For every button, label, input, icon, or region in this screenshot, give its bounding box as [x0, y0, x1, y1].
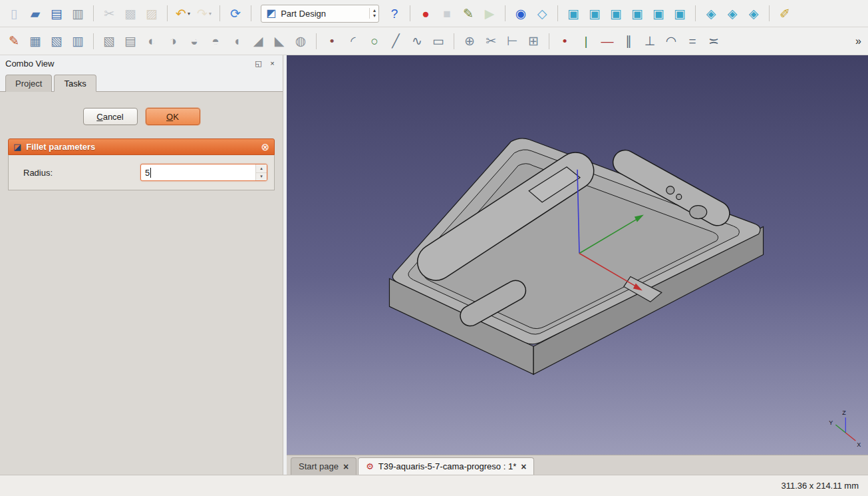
toolbar-separator [505, 5, 506, 21]
open-file-button[interactable]: ▰ [25, 3, 45, 23]
print-button[interactable]: ▥ [68, 3, 88, 23]
mdi-tab[interactable]: ⚙T39-aquaris-5-7-cama-progreso : 1*× [358, 457, 534, 475]
model-canvas[interactable]: Z Y X [287, 55, 868, 455]
spin-down-button[interactable]: ▾ [256, 173, 267, 181]
text-caret [150, 168, 151, 178]
cut-button: ✂ [99, 3, 119, 23]
mini-axis: Z Y X [829, 409, 861, 448]
macro-play-button: ▶ [480, 3, 500, 23]
constrain-equal-button[interactable]: = [682, 31, 702, 51]
whats-this-button[interactable]: ? [384, 3, 404, 23]
close-panel-button[interactable]: × [267, 59, 277, 69]
toolbar-overflow-button[interactable]: » [853, 35, 864, 47]
constrain-symmetric-icon: ≍ [708, 35, 719, 47]
zoom-fit-all-button[interactable]: ◉ [511, 3, 531, 23]
trim-edge-icon: ✂ [486, 35, 496, 47]
zoom-fit-all-icon: ◉ [515, 7, 527, 20]
mini-axis-z-label: Z [842, 409, 846, 416]
edit-sketch-button[interactable]: ▦ [25, 31, 45, 51]
spin-up-button[interactable]: ▴ [256, 164, 267, 173]
sketch-line-button[interactable]: ╱ [386, 31, 406, 51]
mdi-tab[interactable]: Start page× [291, 457, 357, 475]
constrain-lock-button[interactable]: ⊕ [460, 31, 480, 51]
cancel-button[interactable]: Cancel [83, 108, 138, 125]
thickness-icon: ◍ [295, 35, 307, 47]
view-axonometric-button[interactable]: ◇ [532, 3, 552, 23]
collapse-section-button[interactable]: ⊗ [261, 142, 269, 152]
document-icon: ⚙ [366, 462, 374, 471]
sketch-arc-button[interactable]: ◜ [343, 31, 363, 51]
view-left-button[interactable]: ▣ [670, 3, 690, 23]
draft-button[interactable]: ◣ [269, 31, 289, 51]
leave-sketch-icon: ▥ [72, 35, 84, 47]
cancel-label: Cancel [96, 112, 123, 122]
constrain-symmetric-button[interactable]: ≍ [704, 31, 724, 51]
tab-tasks[interactable]: Tasks [54, 75, 96, 92]
chamfer-button[interactable]: ◢ [248, 31, 268, 51]
sketch-rectangle-button[interactable]: ▭ [428, 31, 448, 51]
fillet-button[interactable]: ◖ [227, 31, 247, 51]
constrain-coincident-button[interactable]: • [555, 31, 575, 51]
model-body[interactable] [389, 138, 763, 374]
workbench-selector[interactable]: ◩ Part Design ▴ ▾ [261, 5, 379, 23]
radius-label: Radius: [15, 168, 140, 178]
view-rear-button[interactable]: ▣ [627, 3, 647, 23]
view-isometric-button[interactable]: ◈ [701, 3, 721, 23]
groove-button[interactable]: ◑ [163, 31, 183, 51]
pocket-button[interactable]: ▤ [120, 31, 140, 51]
leave-sketch-button[interactable]: ▥ [68, 31, 88, 51]
external-geometry-button[interactable]: ⊞ [523, 31, 543, 51]
constrain-parallel-button[interactable]: ∥ [619, 31, 639, 51]
constrain-horizontal-button[interactable]: — [597, 31, 617, 51]
radius-spin-buttons: ▴ ▾ [255, 164, 267, 180]
constrain-tangent-icon: ◠ [666, 35, 677, 47]
constrain-coincident-icon: • [563, 35, 567, 47]
thickness-button[interactable]: ◍ [291, 31, 311, 51]
new-file-button[interactable]: ▯ [4, 3, 24, 23]
create-sketch-button[interactable]: ✎ [4, 31, 24, 51]
view-trimetric-button[interactable]: ◈ [744, 3, 764, 23]
view-dimetric-button[interactable]: ◈ [722, 3, 742, 23]
toolbar-separator [93, 33, 94, 49]
workbench-spinner[interactable]: ▴ ▾ [369, 8, 376, 19]
extend-edge-button[interactable]: ⊢ [502, 31, 522, 51]
undo-icon: ↶ [176, 7, 186, 20]
measure-distance-button[interactable]: ✐ [775, 3, 795, 23]
dropdown-arrow-icon: ▾ [188, 11, 190, 17]
combo-view-panel: Combo View ◱ × Project Tasks Cancel OK ◪… [0, 55, 283, 475]
subtractive-loft-button[interactable]: ◓ [206, 31, 225, 51]
constrain-vertical-button[interactable]: | [576, 31, 596, 51]
view-dimetric-icon: ◈ [728, 7, 738, 20]
additive-loft-button[interactable]: ◒ [184, 31, 204, 51]
map-sketch-to-face-button[interactable]: ▧ [47, 31, 67, 51]
external-geometry-icon: ⊞ [528, 35, 539, 47]
view-top-button[interactable]: ▣ [585, 3, 605, 23]
tab-project[interactable]: Project [5, 75, 52, 92]
macro-edit-button[interactable]: ✎ [458, 3, 478, 23]
radius-input[interactable]: 5 ▴ ▾ [140, 164, 267, 181]
3d-viewport[interactable]: Z Y X [287, 55, 868, 455]
undo-button[interactable]: ↶▾ [173, 3, 193, 23]
close-tab-icon[interactable]: × [343, 462, 349, 471]
view-bottom-button[interactable]: ▣ [649, 3, 668, 23]
fillet-parameters-header[interactable]: ◪ Fillet parameters ⊗ [8, 138, 275, 155]
view-right-button[interactable]: ▣ [606, 3, 626, 23]
refresh-button[interactable]: ⟳ [225, 3, 245, 23]
toolbar-separator [251, 5, 251, 21]
float-panel-button[interactable]: ◱ [253, 59, 263, 69]
constrain-tangent-button[interactable]: ◠ [661, 31, 681, 51]
revolution-button[interactable]: ◐ [142, 31, 162, 51]
ok-button[interactable]: OK [146, 108, 200, 125]
sketch-circle-button[interactable]: ○ [364, 31, 384, 51]
view-rear-icon: ▣ [631, 7, 643, 20]
trim-edge-button[interactable]: ✂ [481, 31, 501, 51]
pad-button[interactable]: ▧ [99, 31, 119, 51]
save-button[interactable]: ▤ [47, 3, 67, 23]
constrain-perpendicular-button[interactable]: ⊥ [640, 31, 660, 51]
sketch-point-button[interactable]: • [322, 31, 342, 51]
macro-record-button[interactable]: ● [416, 3, 436, 23]
close-tab-icon[interactable]: × [521, 462, 526, 471]
sketch-spline-button[interactable]: ∿ [407, 31, 427, 51]
view-front-button[interactable]: ▣ [563, 3, 583, 23]
print-icon: ▥ [72, 7, 84, 20]
